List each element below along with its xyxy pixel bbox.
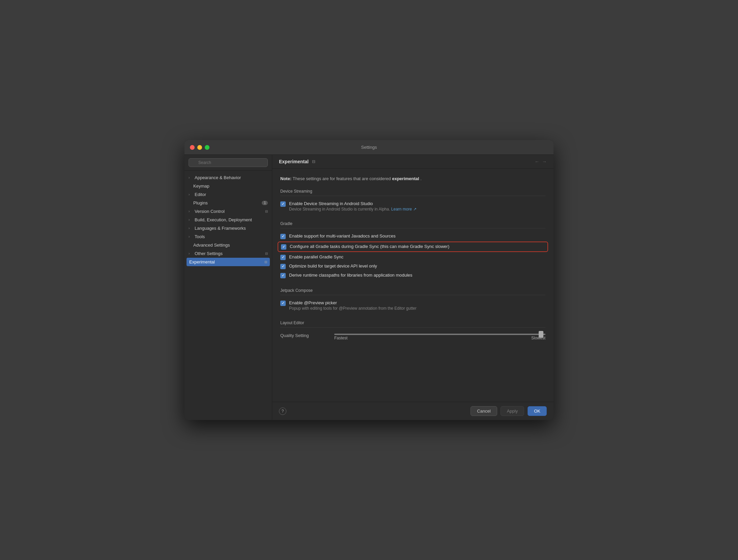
sidebar-item-keymap[interactable]: Keymap xyxy=(184,182,272,190)
layout-editor-section: Layout Editor Quality Setting F xyxy=(280,320,545,340)
nav-items: › Appearance & Behavior Keymap › Editor … xyxy=(184,171,272,420)
sidebar-item-version-control[interactable]: › Version Control ⊟ xyxy=(184,207,272,216)
close-button[interactable] xyxy=(190,145,195,150)
sidebar-item-label: Keymap xyxy=(193,184,209,189)
setting-row-preview-picker: ✓ Enable @Preview picker Popup with edit… xyxy=(280,299,545,312)
traffic-lights xyxy=(190,145,209,150)
ok-button[interactable]: OK xyxy=(528,406,547,416)
cancel-button[interactable]: Cancel xyxy=(471,406,497,416)
check-icon: ✓ xyxy=(282,255,284,259)
quality-row: Quality Setting Fastest xyxy=(280,331,545,340)
sidebar-item-label: Advanced Settings xyxy=(193,243,230,248)
maximize-button[interactable] xyxy=(205,145,209,150)
note-text-suffix: . xyxy=(420,176,422,181)
chevron-right-icon: › xyxy=(189,176,193,179)
forward-arrow-icon[interactable]: → xyxy=(542,159,547,164)
check-icon: ✓ xyxy=(282,264,284,268)
check-icon: ✓ xyxy=(282,301,284,305)
search-container: 🔍 xyxy=(184,155,272,171)
setting-label-configure-gradle: Configure all Gradle tasks during Gradle… xyxy=(290,244,545,249)
setting-sublabel-device-streaming: Device Streaming in Android Studio is cu… xyxy=(289,207,417,212)
setting-sublabel-preview-picker: Popup with editing tools for @Preview an… xyxy=(289,306,417,311)
chevron-right-icon: › xyxy=(189,193,193,196)
search-wrapper: 🔍 xyxy=(189,158,268,167)
checkbox-enable-device-streaming[interactable]: ✓ xyxy=(280,201,286,207)
setting-label-preview-picker: Enable @Preview picker xyxy=(289,300,417,305)
chevron-right-icon: › xyxy=(189,252,193,255)
content-area: 🔍 › Appearance & Behavior Keymap › Edito… xyxy=(184,155,554,420)
settings-window: Settings 🔍 › Appearance & Behavior Keyma… xyxy=(184,140,554,420)
setting-row-derive-classpaths: ✓ Derive runtime classpaths for librarie… xyxy=(280,271,545,280)
sidebar-item-advanced-settings[interactable]: Advanced Settings xyxy=(184,241,272,249)
sidebar-item-other-settings[interactable]: › Other Settings ⊟ xyxy=(184,249,272,258)
experimental-note: Note: These settings are for features th… xyxy=(280,175,545,182)
slider-ticks: Fastest Slowest xyxy=(334,336,545,340)
minimize-button[interactable] xyxy=(197,145,202,150)
setting-row-enable-device-streaming: ✓ Enable Device Streaming in Android Stu… xyxy=(280,199,545,213)
sidebar-item-label: Appearance & Behavior xyxy=(195,175,241,180)
search-input[interactable] xyxy=(189,158,268,167)
sidebar-item-languages-frameworks[interactable]: › Languages & Frameworks xyxy=(184,224,272,232)
chevron-right-icon: › xyxy=(189,209,193,213)
main-content: Note: These settings are for features th… xyxy=(272,169,554,402)
checkbox-configure-gradle[interactable]: ✓ xyxy=(281,244,286,250)
checkbox-multi-variant[interactable]: ✓ xyxy=(280,234,286,239)
back-arrow-icon[interactable]: ← xyxy=(535,159,539,164)
sync-icon: ⊟ xyxy=(264,260,267,264)
main-panel: Experimental ⊟ ← → Note: These settings … xyxy=(272,155,554,420)
checkbox-optimize-build[interactable]: ✓ xyxy=(280,264,286,269)
slider-fill xyxy=(334,334,545,335)
sidebar-item-label: Plugins xyxy=(193,200,208,205)
check-icon: ✓ xyxy=(282,202,284,206)
plugins-badge: 1 xyxy=(262,201,268,205)
chevron-right-icon: › xyxy=(189,226,193,230)
setting-label-derive-classpaths: Derive runtime classpaths for libraries … xyxy=(289,273,545,278)
sidebar-item-plugins[interactable]: Plugins 1 xyxy=(184,199,272,207)
checkbox-derive-classpaths[interactable]: ✓ xyxy=(280,273,286,278)
sidebar-item-label: Version Control xyxy=(195,209,225,214)
chevron-right-icon: › xyxy=(189,218,193,222)
section-header-gradle: Gradle xyxy=(280,221,545,228)
learn-more-link[interactable]: Learn more ↗ xyxy=(391,207,417,212)
sidebar-item-label: Experimental xyxy=(189,259,215,264)
setting-label-optimize-build: Optimize build for target device API lev… xyxy=(289,263,545,269)
section-header-jetpack-compose: Jetpack Compose xyxy=(280,288,545,295)
checkbox-parallel-gradle[interactable]: ✓ xyxy=(280,255,286,260)
slider-track[interactable] xyxy=(334,334,545,335)
sidebar-item-editor[interactable]: › Editor xyxy=(184,190,272,199)
checkbox-preview-picker[interactable]: ✓ xyxy=(280,301,286,306)
slider-container xyxy=(334,334,545,335)
sidebar-item-build-execution[interactable]: › Build, Execution, Deployment xyxy=(184,216,272,224)
sidebar-item-label: Build, Execution, Deployment xyxy=(195,217,252,222)
sidebar-item-label: Tools xyxy=(195,234,205,239)
jetpack-compose-section: Jetpack Compose ✓ Enable @Preview picker… xyxy=(280,288,545,312)
slider-thumb[interactable] xyxy=(539,331,543,338)
footer-left: ? xyxy=(279,408,286,415)
footer: ? Cancel Apply OK xyxy=(272,402,554,420)
nav-arrows: ← → xyxy=(535,159,547,164)
section-header-layout-editor: Layout Editor xyxy=(280,320,545,328)
help-button[interactable]: ? xyxy=(279,408,286,415)
section-header-device-streaming: Device Streaming xyxy=(280,189,545,196)
setting-label-device-streaming: Enable Device Streaming in Android Studi… xyxy=(289,201,417,206)
apply-button[interactable]: Apply xyxy=(501,406,524,416)
check-icon: ✓ xyxy=(282,274,284,277)
sidebar-item-label: Languages & Frameworks xyxy=(195,226,246,231)
quality-slider-wrapper: Fastest Slowest xyxy=(334,331,545,340)
setting-col: Enable @Preview picker Popup with editin… xyxy=(289,300,417,311)
sidebar-item-label: Editor xyxy=(195,192,206,197)
sidebar-item-appearance-behavior[interactable]: › Appearance & Behavior xyxy=(184,173,272,182)
setting-row-optimize-build: ✓ Optimize build for target device API l… xyxy=(280,262,545,271)
titlebar: Settings xyxy=(184,140,554,155)
setting-row-configure-gradle: ✓ Configure all Gradle tasks during Grad… xyxy=(278,242,548,252)
sidebar-item-tools[interactable]: › Tools xyxy=(184,232,272,241)
gradle-section: Gradle ✓ Enable support for multi-varian… xyxy=(280,221,545,280)
sidebar-item-experimental[interactable]: Experimental ⊟ xyxy=(187,258,270,266)
sync-icon: ⊟ xyxy=(265,252,268,255)
page-title: Experimental xyxy=(279,159,309,164)
quality-setting-label: Quality Setting xyxy=(280,333,334,338)
header-icon: ⊟ xyxy=(312,159,315,164)
check-icon: ✓ xyxy=(282,245,285,249)
note-bold: Note: xyxy=(280,176,291,181)
setting-row-parallel-gradle: ✓ Enable parallel Gradle Sync xyxy=(280,253,545,262)
